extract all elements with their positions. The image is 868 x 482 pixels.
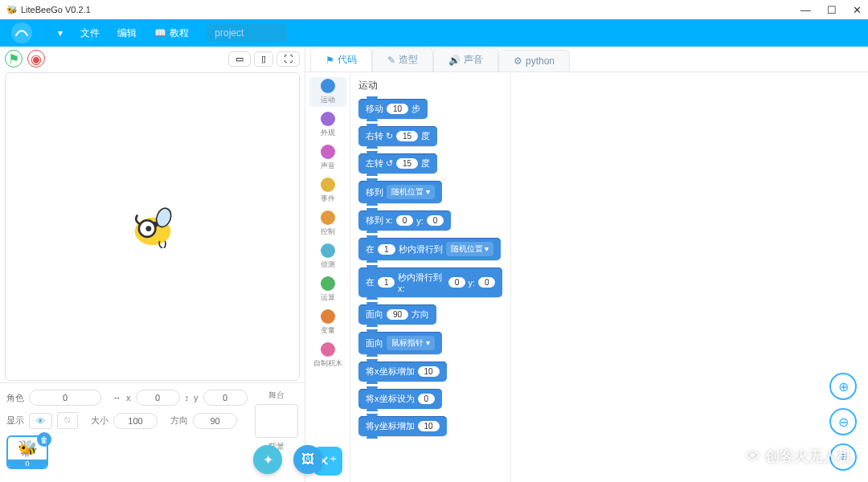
window-title: LiteBeeGo V0.2.1 [21,5,91,14]
block-set-x[interactable]: 将x坐标设为0 [358,389,442,409]
category-声音[interactable]: 声音 [321,143,335,173]
category-控制[interactable]: 控制 [321,209,335,239]
category-事件[interactable]: 事件 [321,176,335,206]
palette-heading: 运动 [358,79,502,92]
category-自制积木[interactable]: 自制积木 [313,341,342,370]
category-运算[interactable]: 运算 [321,275,335,304]
svg-point-0 [11,22,32,43]
delete-sprite-icon[interactable]: 🗑 [37,432,51,447]
fullscreen-button[interactable]: ⛶ [276,51,300,67]
block-turn-left[interactable]: 左转 ↺15度 [358,153,437,174]
hide-sprite-button[interactable]: ⦰ [57,412,78,429]
block-move[interactable]: 移动10步 [358,99,428,119]
block-turn-right[interactable]: 右转 ↻15度 [358,126,437,146]
menu-tutorial[interactable]: 📖 教程 [154,27,189,40]
maximize-button[interactable]: ☐ [827,4,837,16]
show-sprite-button[interactable]: 👁 [29,413,52,429]
block-point-direction[interactable]: 面向90方向 [358,304,436,325]
app-logo [10,21,34,45]
stop-button[interactable]: ◉ [27,50,45,67]
menu-globe[interactable]: 🌐 ▾ [43,27,63,39]
block-goto-xy[interactable]: 移到 x:0y:0 [358,210,451,231]
category-运动[interactable]: 运动 [309,77,346,107]
menubar: 🌐 ▾ 文件 编辑 📖 教程 [0,19,868,47]
project-name-input[interactable] [207,24,287,42]
block-glide-xy[interactable]: 在1秒内滑行到 x:0y:0 [358,268,502,297]
sprite-x-input[interactable]: 0 [136,390,180,406]
editor-tabs: ⚑ 代码 ✎ 造型 🔊 声音 ⚙ python [305,47,868,72]
titlebar: 🐝 LiteBeeGo V0.2.1 — ☐ ✕ [0,0,868,19]
green-flag-button[interactable]: ⚑ [5,50,23,67]
script-area[interactable]: ⊕ ⊖ ≡ [511,72,868,482]
block-point-towards[interactable]: 面向鼠标指针 ▾ [358,332,442,354]
tab-code[interactable]: ⚑ 代码 [310,47,372,71]
add-sprite-button[interactable]: ✦ [253,445,282,474]
stage-large-button[interactable]: ▯ [254,51,273,67]
stage-thumbnail[interactable] [255,404,298,438]
block-glide[interactable]: 在1秒内滑行到随机位置 ▾ [358,238,501,260]
sprite-thumbnail[interactable]: 🗑 🐝 0 [6,435,48,469]
block-palette: 运动 移动10步 右转 ↻15度 左转 ↺15度 移到随机位置 ▾ 移到 x:0… [350,72,511,482]
sprite-direction-input[interactable]: 90 [193,413,237,429]
sprite-on-stage[interactable] [125,202,181,251]
block-change-x[interactable]: 将x坐标增加10 [358,362,447,382]
watermark: 👁 创客火无人机 [746,447,852,466]
block-goto[interactable]: 移到随机位置 ▾ [358,181,442,203]
tab-costumes[interactable]: ✎ 造型 [372,47,433,71]
menu-edit[interactable]: 编辑 [117,27,137,40]
zoom-in-button[interactable]: ⊕ [829,373,857,400]
category-外观[interactable]: 外观 [321,110,335,140]
stage[interactable] [5,72,300,381]
category-侦测[interactable]: 侦测 [321,242,335,272]
add-backdrop-button[interactable]: 🖼 [293,445,322,474]
svg-point-3 [145,226,151,231]
tab-sounds[interactable]: 🔊 声音 [433,47,498,71]
stage-small-button[interactable]: ▭ [228,51,251,67]
sprite-size-input[interactable]: 100 [113,413,158,429]
zoom-out-button[interactable]: ⊖ [829,408,857,435]
sprite-y-input[interactable]: 0 [203,390,248,406]
menu-file[interactable]: 文件 [80,27,100,40]
tab-python[interactable]: ⚙ python [498,50,570,71]
sprite-name-input[interactable]: 0 [29,390,101,406]
close-button[interactable]: ✕ [853,4,862,16]
category-list: 运动外观声音事件控制侦测运算变量自制积木✕⁺ [305,72,350,482]
minimize-button[interactable]: — [800,4,811,16]
block-change-y[interactable]: 将y坐标增加10 [358,416,447,436]
category-变量[interactable]: 变量 [321,308,335,337]
